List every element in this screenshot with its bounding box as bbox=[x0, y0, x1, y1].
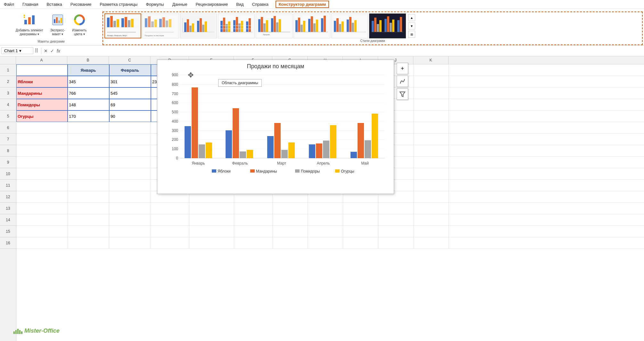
cell-reference-box[interactable]: Chart 1 ▾ bbox=[1, 47, 33, 54]
cell-H16[interactable] bbox=[308, 237, 343, 249]
styles-scroll-up-button[interactable]: ▲ bbox=[408, 14, 415, 21]
cell-F14[interactable] bbox=[234, 214, 273, 226]
cell-K13[interactable] bbox=[414, 203, 449, 214]
cell-H15[interactable] bbox=[308, 226, 343, 237]
menu-вид[interactable]: Вид bbox=[235, 1, 245, 8]
menu-данные[interactable]: Данные bbox=[171, 1, 189, 8]
cell-C12[interactable] bbox=[109, 191, 151, 203]
cell-J16[interactable] bbox=[378, 237, 414, 249]
cell-A15[interactable] bbox=[16, 226, 68, 237]
row-header-12[interactable]: 12 bbox=[0, 191, 16, 203]
cell-K8[interactable] bbox=[414, 145, 449, 157]
chart-style-6[interactable] bbox=[293, 13, 330, 38]
change-colors-button[interactable]: Изменитьцвета ▾ bbox=[70, 13, 89, 37]
cell-B3[interactable]: 766 bbox=[68, 87, 109, 99]
row-header-1[interactable]: 1 bbox=[0, 64, 16, 76]
chart-style-dark[interactable] bbox=[369, 13, 406, 38]
chart-style-2[interactable]: Продажи по месяцам bbox=[142, 13, 179, 38]
cell-K15[interactable] bbox=[414, 226, 449, 237]
cell-C4[interactable]: 69 bbox=[109, 99, 151, 110]
row-header-14[interactable]: 14 bbox=[0, 214, 16, 226]
cell-H13[interactable] bbox=[308, 203, 343, 214]
cell-B4[interactable]: 148 bbox=[68, 99, 109, 110]
cell-E14[interactable] bbox=[189, 214, 234, 226]
cell-C5[interactable]: 90 bbox=[109, 110, 151, 122]
cell-C6[interactable] bbox=[109, 122, 151, 134]
cell-A11[interactable] bbox=[16, 180, 68, 191]
cell-K4[interactable] bbox=[414, 99, 449, 110]
cell-G14[interactable] bbox=[273, 214, 308, 226]
row-header-8[interactable]: 8 bbox=[0, 145, 16, 157]
cell-B16[interactable] bbox=[68, 237, 109, 249]
cell-C14[interactable] bbox=[109, 214, 151, 226]
cell-E13[interactable] bbox=[189, 203, 234, 214]
cell-D13[interactable] bbox=[151, 203, 189, 214]
cell-D16[interactable] bbox=[151, 237, 189, 249]
cell-A12[interactable] bbox=[16, 191, 68, 203]
cell-A1[interactable] bbox=[16, 64, 68, 76]
row-header-6[interactable]: 6 bbox=[0, 122, 16, 134]
cell-A7[interactable] bbox=[16, 134, 68, 145]
cell-C10[interactable] bbox=[109, 168, 151, 180]
cell-K16[interactable] bbox=[414, 237, 449, 249]
cell-F15[interactable] bbox=[234, 226, 273, 237]
menu-файл[interactable]: Файл bbox=[3, 1, 15, 8]
cell-K2[interactable] bbox=[414, 76, 449, 87]
menu-справка[interactable]: Справка bbox=[251, 1, 270, 8]
cell-B14[interactable] bbox=[68, 214, 109, 226]
cell-B11[interactable] bbox=[68, 180, 109, 191]
cell-K12[interactable] bbox=[414, 191, 449, 203]
row-header-13[interactable]: 13 bbox=[0, 203, 16, 214]
cell-I16[interactable] bbox=[343, 237, 378, 249]
cell-A5[interactable]: Огурцы bbox=[16, 110, 68, 122]
chart-style-5[interactable]: Продажи bbox=[256, 13, 293, 38]
cell-C3[interactable]: 545 bbox=[109, 87, 151, 99]
chart-move-cursor[interactable]: ✥ bbox=[188, 71, 194, 79]
chart-container[interactable]: ✥ Продажи по месяцам Область диаграммы bbox=[157, 60, 394, 194]
chart-style-4[interactable] bbox=[218, 13, 255, 38]
cell-C11[interactable] bbox=[109, 180, 151, 191]
cell-I14[interactable] bbox=[343, 214, 378, 226]
cell-J13[interactable] bbox=[378, 203, 414, 214]
cell-B7[interactable] bbox=[68, 134, 109, 145]
row-header-9[interactable]: 9 bbox=[0, 157, 16, 168]
express-layout-button[interactable]: Экспресс-макет ▾ bbox=[48, 13, 68, 37]
menu-вставка[interactable]: Вставка bbox=[45, 1, 63, 8]
cell-I15[interactable] bbox=[343, 226, 378, 237]
row-header-15[interactable]: 15 bbox=[0, 226, 16, 237]
cancel-formula-icon[interactable]: ✕ bbox=[44, 48, 48, 53]
cell-K6[interactable] bbox=[414, 122, 449, 134]
chart-style-7[interactable] bbox=[331, 13, 368, 38]
row-header-2[interactable]: 2 bbox=[0, 76, 16, 87]
cell-A9[interactable] bbox=[16, 157, 68, 168]
cell-B9[interactable] bbox=[68, 157, 109, 168]
chart-style-button[interactable] bbox=[397, 76, 408, 87]
row-header-11[interactable]: 11 bbox=[0, 180, 16, 191]
cell-K10[interactable] bbox=[414, 168, 449, 180]
cell-A8[interactable] bbox=[16, 145, 68, 157]
cell-B15[interactable] bbox=[68, 226, 109, 237]
col-header-k[interactable]: K bbox=[413, 56, 449, 64]
chart-style-1[interactable]: Январь Февраль Март bbox=[104, 13, 141, 38]
cell-B1[interactable]: Январь bbox=[68, 64, 109, 76]
cell-E16[interactable] bbox=[189, 237, 234, 249]
cell-I13[interactable] bbox=[343, 203, 378, 214]
chart-filter-button[interactable] bbox=[397, 88, 408, 100]
cell-B12[interactable] bbox=[68, 191, 109, 203]
cell-B13[interactable] bbox=[68, 203, 109, 214]
insert-function-icon[interactable]: fx bbox=[57, 48, 60, 53]
chart-style-3[interactable] bbox=[180, 13, 217, 38]
cell-K11[interactable] bbox=[414, 180, 449, 191]
cell-B2[interactable]: 345 bbox=[68, 76, 109, 87]
cell-C16[interactable] bbox=[109, 237, 151, 249]
cell-A3[interactable]: Мандарины bbox=[16, 87, 68, 99]
cell-A16[interactable] bbox=[16, 237, 68, 249]
styles-expand-button[interactable]: ⊞ bbox=[408, 31, 415, 38]
row-header-3[interactable]: 3 bbox=[0, 87, 16, 99]
cell-C15[interactable] bbox=[109, 226, 151, 237]
cell-D14[interactable] bbox=[151, 214, 189, 226]
cell-K3[interactable] bbox=[414, 87, 449, 99]
styles-scroll-down-button[interactable]: ▼ bbox=[408, 22, 415, 29]
cell-K1[interactable] bbox=[414, 64, 449, 76]
cell-C8[interactable] bbox=[109, 145, 151, 157]
